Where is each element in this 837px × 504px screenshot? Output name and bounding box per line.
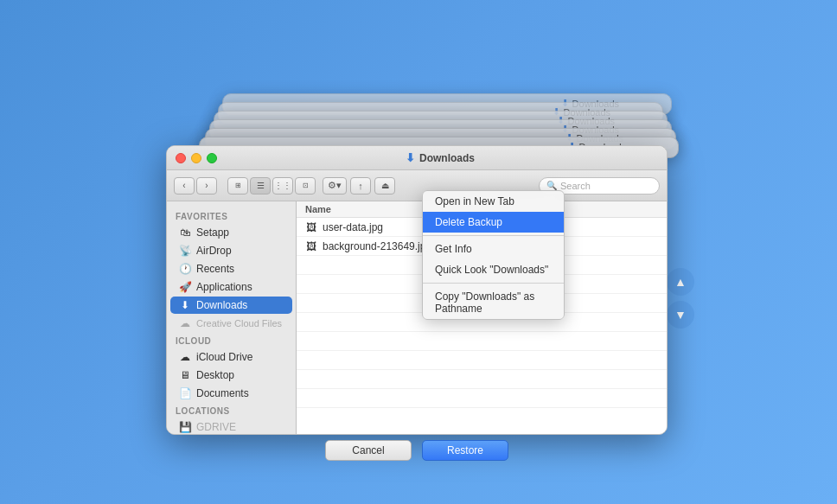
sidebar-item-applications[interactable]: 🚀 Applications [170,278,292,296]
search-placeholder: Search [560,181,591,191]
favorites-label: Favorites [167,208,296,223]
search-icon: 🔍 [546,181,557,190]
sidebar-item-label: iCloud Drive [196,351,252,363]
icloud-drive-icon: ☁ [179,351,191,363]
close-button[interactable] [176,153,186,163]
sidebar-item-label: Downloads [196,299,247,311]
sidebar-item-label: Documents [196,387,249,399]
view-icon-button[interactable]: ⊞ [227,177,248,195]
sidebar-item-recents[interactable]: 🕐 Recents [170,260,292,278]
sidebar-item-setapp[interactable]: 🛍 Setapp [170,224,292,241]
minimize-button[interactable] [191,153,201,163]
locations-label: Locations [167,403,296,418]
chevron-down-icon: ▼ [674,308,687,322]
context-menu-separator-2 [423,283,564,284]
gdrive-icon: 💾 [179,421,191,433]
context-menu-item-quick-look[interactable]: Quick Look "Downloads" [423,259,564,280]
file-icon: 🖼 [305,221,317,233]
back-button[interactable]: ‹ [174,177,195,195]
view-gallery-button[interactable]: ⊡ [295,177,316,195]
table-row-empty [297,370,667,389]
window-folder-icon: ⬇ [406,151,415,164]
view-list-button[interactable]: ☰ [250,177,271,195]
file-name: user-data.jpg [323,221,383,233]
downloads-icon: ⬇ [179,299,191,311]
sidebar-item-label: Creative Cloud Files [196,318,282,329]
finder-body: Favorites 🛍 Setapp 📡 AirDrop 🕐 Recents 🚀… [167,201,667,434]
context-menu-item-get-info[interactable]: Get Info [423,239,564,259]
eject-button[interactable]: ⏏ [374,177,395,195]
setapp-icon: 🛍 [179,226,191,239]
sidebar-item-label: Desktop [196,369,234,381]
sidebar-item-creative-cloud[interactable]: ☁ Creative Cloud Files [170,315,292,332]
scroll-down-button[interactable]: ▼ [667,301,694,329]
nav-buttons: ‹ › [174,177,217,195]
window-title-area: ⬇ Downloads [222,151,658,164]
file-icon: 🖼 [305,240,317,252]
name-column-header: Name [305,204,331,214]
sidebar-item-label: Applications [196,281,252,293]
creative-cloud-icon: ☁ [179,317,191,329]
table-row-empty [297,332,667,351]
sidebar-item-label: Recents [196,263,234,275]
context-menu: Open in New Tab Delete Backup Get Info Q… [422,190,565,320]
desktop-icon: 🖥 [179,369,191,381]
chevron-up-icon: ▲ [674,275,687,289]
cancel-button[interactable]: Cancel [325,440,412,461]
sidebar-item-icloud-drive[interactable]: ☁ iCloud Drive [170,348,292,366]
sidebar-item-downloads[interactable]: ⬇ Downloads [170,297,292,314]
view-columns-button[interactable]: ⋮⋮ [272,177,293,195]
file-name: background-213649.jpg [323,240,431,252]
share-button[interactable]: ↑ [350,177,371,195]
window-title: Downloads [419,152,475,164]
toolbar: ‹ › ⊞ ☰ ⋮⋮ ⊡ ⚙▾ ↑ ⏏ 🔍 Search [167,170,667,201]
context-menu-item-copy-pathname[interactable]: Copy "Downloads" as Pathname [423,286,564,319]
forward-button[interactable]: › [196,177,217,195]
table-row-empty [297,351,667,370]
view-buttons: ⊞ ☰ ⋮⋮ ⊡ [227,177,316,195]
table-row-empty [297,389,667,408]
finder-window: ⬇ Downloads ‹ › ⊞ ☰ ⋮⋮ ⊡ ⚙▾ ↑ ⏏ 🔍 Sea [166,145,668,435]
sidebar-item-desktop[interactable]: 🖥 Desktop [170,367,292,384]
airdrop-icon: 📡 [179,245,191,257]
context-menu-item-delete-backup[interactable]: Delete Backup [423,212,564,233]
sidebar-item-airdrop[interactable]: 📡 AirDrop [170,242,292,259]
documents-icon: 📄 [179,387,191,399]
scroll-up-button[interactable]: ▲ [667,268,694,296]
gear-button[interactable]: ⚙▾ [323,177,347,195]
sidebar-item-documents[interactable]: 📄 Documents [170,385,292,402]
sidebar-item-label: GDRIVE [196,421,236,433]
maximize-button[interactable] [207,153,217,163]
sidebar-item-label: Setapp [196,226,229,239]
applications-icon: 🚀 [179,281,191,293]
recents-icon: 🕐 [179,263,191,275]
title-bar: ⬇ Downloads [167,146,667,170]
context-menu-item-open-new-tab[interactable]: Open in New Tab [423,191,564,212]
sidebar: Favorites 🛍 Setapp 📡 AirDrop 🕐 Recents 🚀… [167,201,297,434]
finder-footer: Cancel Restore [166,440,668,461]
restore-button[interactable]: Restore [422,440,508,461]
context-menu-separator [423,235,564,236]
icloud-label: iCloud [167,333,296,348]
sidebar-item-label: AirDrop [196,245,232,257]
sidebar-item-gdrive[interactable]: 💾 GDRIVE [170,418,292,434]
